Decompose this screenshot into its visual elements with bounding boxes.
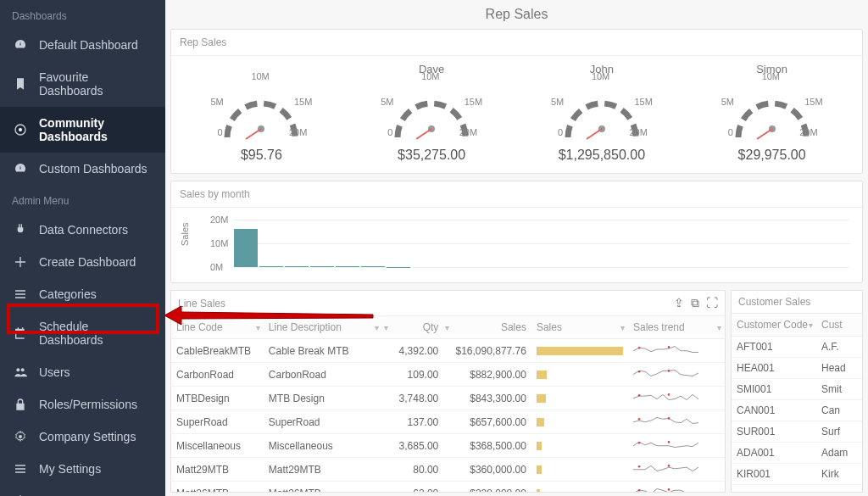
table-row[interactable]: CableBreakMTBCable Break MTB4,392.00$16,… [171,339,725,363]
table-row[interactable]: SUR001Surf [732,421,862,443]
sidebar-item-logout[interactable]: Logout [0,485,165,496]
svg-point-21 [638,442,641,444]
table-row[interactable]: Matt26MTBMatt26MTB62.00$228,000.00 [171,482,725,493]
cogs-icon [14,430,27,443]
svg-point-26 [668,488,670,491]
gauge-dave: Dave 0 5M 10M 15M 20M $35,275.00 [347,63,517,163]
gauge-value: $29,975.00 [687,148,857,163]
rep-sales-panel: Rep Sales 0 5M 10M 15M 20M $95.76 Dave 0 [170,29,863,174]
sidebar-item-label: Favourite Dashboards [39,70,152,98]
plug-icon [14,223,27,237]
svg-point-19 [638,418,641,421]
sidebar-item-label: Data Connectors [39,223,128,237]
col-sales-trend[interactable]: Sales trend▾ [628,316,725,339]
lock-icon [14,398,27,411]
customer-sales-table: Customer Code▾ Cust AFT001A.F.HEA001Head… [732,314,862,485]
col-qty[interactable]: ▾Qty [382,316,444,339]
filter-icon[interactable]: ▾ [809,320,813,330]
svg-point-13 [638,347,641,349]
svg-line-8 [416,129,431,139]
chart-bar [310,266,334,267]
gauge-john: John 0 5M 10M 15M 20M $1,295,850.00 [517,63,687,163]
sidebar-item-data-connectors[interactable]: Data Connectors [0,214,165,246]
sales-by-month-title: Sales by month [171,181,862,208]
tachometer-icon [14,162,27,176]
line-sales-title: Line Sales [178,298,225,309]
svg-point-18 [668,393,670,396]
table-row[interactable]: MTBDesignMTB Design3,748.00$843,300.00 [171,387,725,410]
sidebar-item-roles-permissions[interactable]: Roles/Permissions [0,388,165,421]
table-row[interactable]: CarbonRoadCarbonRoad109.00$882,900.00 [171,363,725,387]
filter-icon[interactable]: ▾ [384,323,388,332]
col-cust-code[interactable]: Customer Code▾ [732,314,816,337]
col-line-desc[interactable]: Line Description▾ [264,316,382,339]
sidebar-item-label: Create Dashboard [39,255,136,269]
sidebar-item-favourite-dashboards[interactable]: Favourite Dashboards [0,61,165,107]
svg-point-17 [638,394,641,397]
table-row[interactable]: AFT001A.F. [732,337,862,358]
table-row[interactable]: KIR001Kirk [732,464,862,485]
sidebar-item-label: Roles/Permissions [39,398,137,411]
svg-line-12 [757,129,772,139]
table-row[interactable]: Matt29MTBMatt29MTB80.00$360,000.00 [171,458,725,482]
sidebar-item-users[interactable]: Users [0,356,165,388]
rep-sales-title: Rep Sales [171,30,862,56]
sidebar-item-company-settings[interactable]: Company Settings [0,421,165,453]
sidebar-item-categories[interactable]: Categories [0,278,165,310]
copy-icon[interactable]: ⧉ [691,296,699,310]
table-row[interactable]: SuperRoadSuperRoad137.00$657,600.00 [171,410,725,434]
table-row[interactable]: CAN001Can [732,400,862,421]
chart-bar [361,266,385,267]
sidebar-item-default-dashboard[interactable]: Default Dashboard [0,29,165,61]
table-row[interactable]: HEA001Head [732,358,862,379]
fullscreen-icon[interactable]: ⛶ [706,296,718,310]
globe-icon [14,123,27,137]
table-row[interactable]: MiscellaneousMiscellaneous3,685.00$368,5… [171,434,725,458]
sidebar-item-label: My Settings [39,462,101,476]
list-icon [14,462,27,476]
line-sales-table: Line Code▾ Line Description▾ ▾Qty ▾Sales… [171,316,725,493]
filter-icon[interactable]: ▾ [445,323,449,332]
users-icon [14,365,27,379]
line-sales-panel: Line Sales ⇪ ⧉ ⛶ Line Code▾ Line Descrip… [170,290,726,493]
bookmark-icon [14,77,27,91]
col-cust-name[interactable]: Cust [816,314,862,337]
svg-point-24 [668,465,670,467]
list-icon [14,287,27,301]
sidebar-item-community-dashboards[interactable]: Community Dashboards [0,107,165,153]
plus-icon [14,255,27,269]
table-row[interactable]: ADA001Adam [732,443,862,464]
sidebar-item-label: Schedule Dashboards [39,320,152,347]
tachometer-icon [14,38,27,52]
filter-icon[interactable]: ▾ [717,323,721,332]
page-title: Rep Sales [165,0,868,25]
sidebar-item-create-dashboard[interactable]: Create Dashboard [0,246,165,278]
col-line-code[interactable]: Line Code▾ [171,316,264,339]
svg-point-2 [16,368,19,371]
col-sales-bar[interactable]: Sales▾ [531,316,628,339]
gauge-value: $95.76 [176,148,347,163]
svg-point-15 [638,371,641,373]
filter-icon[interactable]: ▾ [256,323,260,332]
sales-by-month-chart: Sales 20M 10M 0M [180,213,854,279]
svg-point-22 [668,441,670,443]
sales-by-month-panel: Sales by month Sales 20M 10M 0M [170,181,863,283]
chart-bar [259,266,283,267]
chart-ytick: 10M [210,238,228,248]
col-sales-num[interactable]: ▾Sales [443,316,531,339]
chart-bar [336,266,359,267]
filter-icon[interactable]: ▾ [375,323,379,332]
svg-point-14 [668,346,670,348]
chart-ytick: 0M [210,262,223,272]
sidebar-item-schedule-dashboards[interactable]: Schedule Dashboards [0,310,165,356]
filter-icon[interactable]: ▾ [620,323,625,332]
gauge-value: $1,295,850.00 [517,148,687,163]
gauge-unnamed: 0 5M 10M 15M 20M $95.76 [176,63,347,163]
sidebar-item-label: Default Dashboard [39,38,138,52]
sidebar-item-custom-dashboards[interactable]: Custom Dashboards [0,153,165,185]
gauge-value: $35,275.00 [347,148,517,163]
table-row[interactable]: SMI001Smit [732,379,862,400]
export-icon[interactable]: ⇪ [674,296,684,310]
sidebar-item-my-settings[interactable]: My Settings [0,453,165,485]
svg-point-20 [668,417,670,420]
